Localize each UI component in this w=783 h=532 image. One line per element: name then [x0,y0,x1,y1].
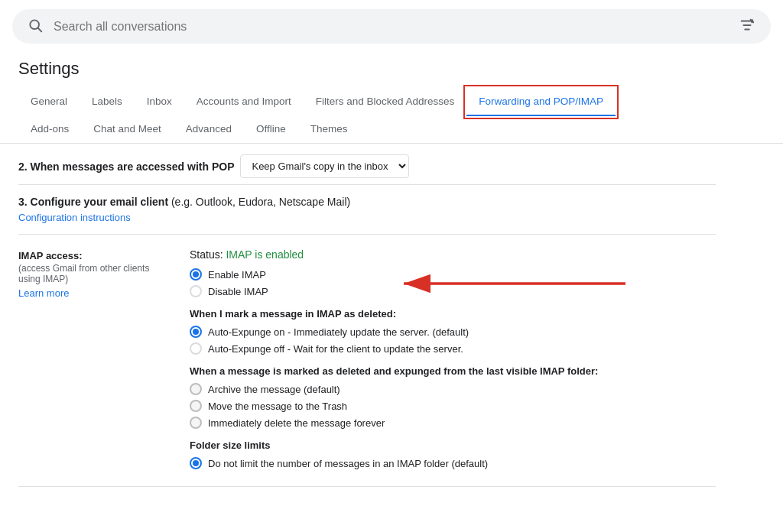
configure-row: 3. Configure your email client (e.g. Out… [18,185,716,235]
no-limit-radio[interactable] [190,457,202,469]
move-trash-label: Move the message to the Trash [208,401,347,412]
settings-title: Settings [0,53,783,88]
auto-expunge-on-radio[interactable] [190,326,202,338]
tab-labels[interactable]: Labels [80,88,135,116]
auto-expunge-off-label: Auto-Expunge off - Wait for the client t… [208,343,463,355]
disable-imap-radio[interactable] [190,285,202,297]
imap-status-value: IMAP is enabled [226,248,304,261]
archive-radio[interactable] [190,383,202,395]
deleted-options-group: Auto-Expunge on - Immediately update the… [190,326,716,355]
imap-label: IMAP access: (access Gmail from other cl… [18,248,171,472]
filter-icon[interactable] [739,17,755,36]
tab-advanced[interactable]: Advanced [174,115,244,144]
deleted-title: When I mark a message in IMAP as deleted… [190,308,716,320]
no-limit-option[interactable]: Do not limit the number of messages in a… [190,457,716,469]
archive-label: Archive the message (default) [208,384,340,395]
tab-offline[interactable]: Offline [244,115,298,144]
no-limit-label: Do not limit the number of messages in a… [208,458,488,469]
tab-filters[interactable]: Filters and Blocked Addresses [304,88,467,116]
pop-step2-dropdown[interactable]: Keep Gmail's copy in the inbox Archive G… [240,154,409,178]
auto-expunge-on-label: Auto-Expunge on - Immediately update the… [208,326,469,338]
auto-expunge-off-radio[interactable] [190,342,202,355]
imap-learn-more-link[interactable]: Learn more [18,287,171,299]
imap-status-label: Status: [190,248,226,261]
step3-bold: 3. Configure your email client [18,196,168,208]
imap-sublabel: (access Gmail from other clients using I… [18,263,171,284]
delete-forever-radio[interactable] [190,417,202,429]
configuration-instructions-link[interactable]: Configuration instructions [18,212,131,223]
move-trash-radio[interactable] [190,400,202,412]
disable-imap-label: Disable IMAP [208,286,268,297]
imap-content: Status: IMAP is enabled Enable IMAP Disa… [190,248,716,472]
archive-option[interactable]: Archive the message (default) [190,383,716,395]
delete-forever-option[interactable]: Immediately delete the message forever [190,417,716,429]
move-trash-option[interactable]: Move the message to the Trash [190,400,716,412]
imap-enable-group: Enable IMAP Disable IMAP [190,268,716,297]
auto-expunge-on-option[interactable]: Auto-Expunge on - Immediately update the… [190,326,716,338]
tabs-row-2: Add-ons Chat and Meet Advanced Offline T… [18,115,765,143]
tab-accounts-import[interactable]: Accounts and Import [184,88,304,116]
settings-content: 2. When messages are accessed with POP K… [0,144,734,487]
search-icon [28,18,43,35]
tab-forwarding[interactable]: Forwarding and POP/IMAP [466,88,616,116]
expunged-options-group: Archive the message (default) Move the m… [190,383,716,429]
tab-general[interactable]: General [18,88,80,116]
tabs-row-1: General Labels Inbox Accounts and Import… [18,88,765,115]
search-bar [12,9,771,44]
pop-step2-row: 2. When messages are accessed with POP K… [18,144,716,185]
disable-imap-option[interactable]: Disable IMAP [190,285,716,297]
tab-themes[interactable]: Themes [298,115,360,144]
delete-forever-label: Immediately delete the message forever [208,417,385,429]
step3-detail: (e.g. Outlook, Eudora, Netscape Mail) [168,196,350,208]
enable-imap-radio[interactable] [190,268,202,281]
imap-section-row: IMAP access: (access Gmail from other cl… [18,235,716,487]
folder-options-group: Do not limit the number of messages in a… [190,457,716,469]
search-input[interactable] [54,20,728,34]
enable-imap-label: Enable IMAP [208,269,266,281]
enable-imap-option[interactable]: Enable IMAP [190,268,716,281]
imap-status: Status: IMAP is enabled [190,248,716,261]
folder-title: Folder size limits [190,440,716,451]
configure-title: 3. Configure your email client (e.g. Out… [18,196,716,208]
tabs-container: General Labels Inbox Accounts and Import… [0,88,783,144]
svg-line-1 [38,28,42,32]
auto-expunge-off-option[interactable]: Auto-Expunge off - Wait for the client t… [190,342,716,355]
tab-chat-meet[interactable]: Chat and Meet [81,115,174,144]
tab-inbox[interactable]: Inbox [135,88,184,116]
pop-step2-label: 2. When messages are accessed with POP [18,161,234,173]
expunged-title: When a message is marked as deleted and … [190,365,716,377]
tab-addons[interactable]: Add-ons [18,115,81,144]
imap-label-text: IMAP access: [18,250,83,261]
